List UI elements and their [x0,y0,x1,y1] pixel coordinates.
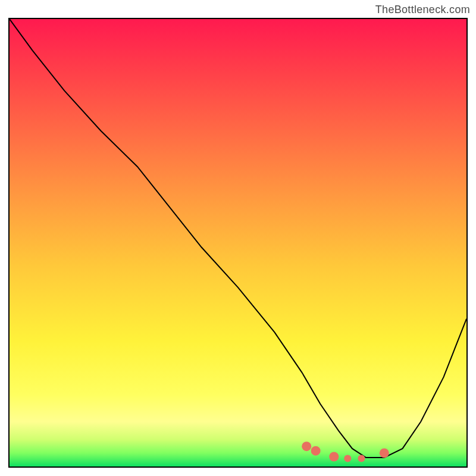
point-cluster-d [344,455,351,462]
point-cluster-f [380,448,389,458]
point-cluster-c [329,452,339,462]
point-cluster-b [311,446,321,456]
curve-svg [10,19,466,466]
bottleneck-curve [10,19,466,458]
watermark-text: TheBottleneck.com [375,4,470,16]
point-cluster-e [358,455,365,462]
data-points [302,441,389,462]
point-cluster-a [302,441,311,451]
chart-container: TheBottleneck.com [0,0,476,476]
plot-frame [8,18,468,468]
